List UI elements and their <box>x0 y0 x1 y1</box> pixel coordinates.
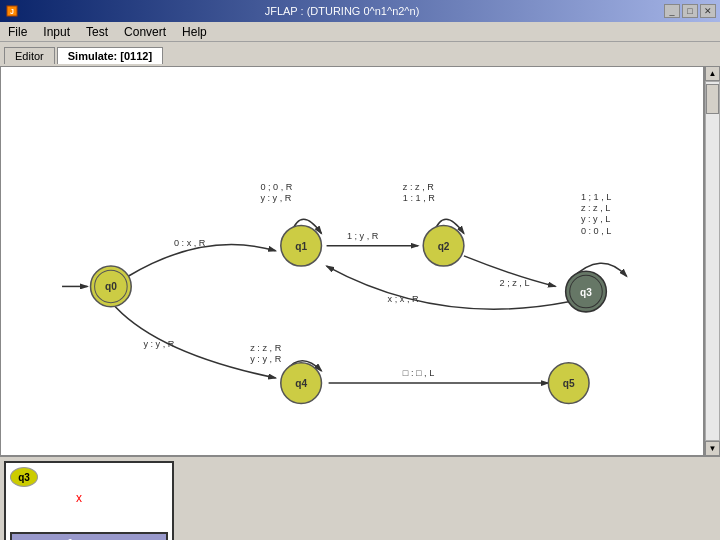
maximize-button[interactable]: □ <box>682 4 698 18</box>
simulation-area: q3 x ▯▯▯▯▯xy1z▯▯▯▯▯ <box>0 456 720 540</box>
svg-text:q0: q0 <box>105 282 117 293</box>
svg-text:1 : 1 , R: 1 : 1 , R <box>403 193 435 203</box>
svg-text:z : z , L: z : z , L <box>581 203 610 213</box>
main-content: 0 ; 0 , R y : y , R z : z , R 1 : 1 , R … <box>0 66 720 456</box>
current-state-label: q3 <box>10 467 38 487</box>
svg-text:q4: q4 <box>295 378 307 389</box>
svg-text:□ : □ , L: □ : □ , L <box>403 368 434 378</box>
svg-text:y : y , R: y : y , R <box>260 193 291 203</box>
svg-text:1 ; 1 , L: 1 ; 1 , L <box>581 192 612 202</box>
title-bar: J JFLAP : (DTURING 0^n1^n2^n) _ □ ✕ <box>0 0 720 22</box>
tab-editor[interactable]: Editor <box>4 47 55 64</box>
menu-convert[interactable]: Convert <box>120 24 170 40</box>
svg-text:z : z , R: z : z , R <box>250 343 281 353</box>
state-display: q3 x ▯▯▯▯▯xy1z▯▯▯▯▯ <box>4 461 174 540</box>
cursor-indicator: x <box>76 491 82 505</box>
tape-content: ▯▯▯▯▯xy1z▯▯▯▯▯ <box>10 532 168 540</box>
menu-bar: File Input Test Convert Help <box>0 22 720 42</box>
scroll-down-button[interactable]: ▼ <box>705 441 720 456</box>
app-icon: J <box>4 3 20 19</box>
svg-text:y : y , R: y : y , R <box>250 354 281 364</box>
scroll-thumb[interactable] <box>706 84 719 114</box>
svg-text:0 : x , R: 0 : x , R <box>174 238 206 248</box>
svg-text:1 ; y , R: 1 ; y , R <box>347 231 379 241</box>
minimize-button[interactable]: _ <box>664 4 680 18</box>
svg-text:2 ; z , L: 2 ; z , L <box>500 278 530 288</box>
menu-test[interactable]: Test <box>82 24 112 40</box>
canvas-area: 0 ; 0 , R y : y , R z : z , R 1 : 1 , R … <box>0 66 704 456</box>
svg-text:0 ; 0 , R: 0 ; 0 , R <box>260 182 292 192</box>
scroll-track[interactable] <box>705 81 720 441</box>
menu-input[interactable]: Input <box>39 24 74 40</box>
window-title: JFLAP : (DTURING 0^n1^n2^n) <box>20 5 664 17</box>
svg-text:q5: q5 <box>563 378 575 389</box>
tab-simulate[interactable]: Simulate: [0112] <box>57 47 163 64</box>
svg-text:z : z , R: z : z , R <box>403 182 434 192</box>
svg-text:q3: q3 <box>580 287 592 298</box>
menu-help[interactable]: Help <box>178 24 211 40</box>
scrollbar[interactable]: ▲ ▼ <box>704 66 720 456</box>
svg-text:x ; x , R: x ; x , R <box>388 294 419 304</box>
close-button[interactable]: ✕ <box>700 4 716 18</box>
svg-text:0 : 0 , L: 0 : 0 , L <box>581 226 612 236</box>
svg-text:J: J <box>10 8 14 15</box>
svg-text:y : y , L: y : y , L <box>581 214 610 224</box>
tape-text: ▯▯▯▯▯xy1z▯▯▯▯▯ <box>14 537 121 541</box>
window-controls: _ □ ✕ <box>664 4 716 18</box>
turing-machine-diagram: 0 ; 0 , R y : y , R z : z , R 1 : 1 , R … <box>1 67 703 455</box>
svg-text:q2: q2 <box>438 241 450 252</box>
svg-text:q1: q1 <box>295 241 307 252</box>
menu-file[interactable]: File <box>4 24 31 40</box>
tab-bar: Editor Simulate: [0112] <box>0 42 720 66</box>
scroll-up-button[interactable]: ▲ <box>705 66 720 81</box>
